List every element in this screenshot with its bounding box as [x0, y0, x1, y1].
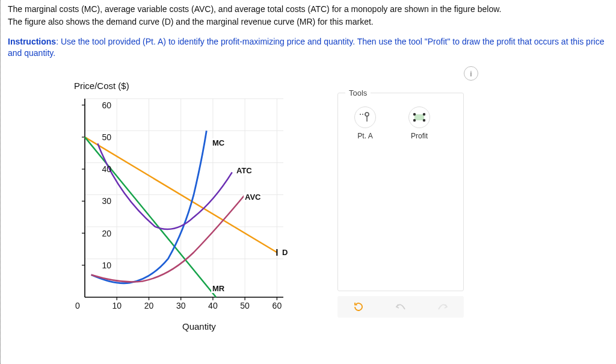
- svg-point-34: [423, 119, 425, 122]
- y-tick-40: 40: [87, 164, 111, 174]
- instructions-block: Instructions: Use the tool provided (Pt.…: [8, 36, 611, 59]
- label-d: D: [281, 248, 289, 257]
- x-tick-20: 20: [144, 301, 154, 310]
- x-tick-60: 60: [273, 301, 282, 310]
- y-tick-10: 10: [87, 261, 111, 270]
- tool-point-a-label: Pt. A: [351, 132, 379, 140]
- x-axis-title: Quantity: [182, 321, 216, 332]
- svg-point-31: [413, 113, 416, 116]
- svg-rect-30: [414, 114, 424, 120]
- curve-mr: [85, 137, 216, 297]
- label-mr: MR: [211, 284, 226, 293]
- y-tick-20: 20: [87, 229, 111, 238]
- label-mc: MC: [211, 138, 226, 147]
- origin-zero: 0: [75, 301, 80, 310]
- tool-profit[interactable]: Profit: [405, 106, 433, 140]
- x-tick-30: 30: [176, 301, 186, 310]
- action-bar: [337, 296, 464, 318]
- chart-svg: [85, 99, 313, 315]
- info-icon[interactable]: i: [464, 66, 478, 81]
- profit-icon: [408, 106, 430, 128]
- point-a-icon: [354, 106, 376, 128]
- x-tick-10: 10: [112, 301, 122, 310]
- redo-icon[interactable]: [436, 300, 449, 313]
- svg-point-33: [413, 119, 416, 122]
- y-tick-60: 60: [87, 100, 111, 110]
- x-tick-50: 50: [240, 301, 250, 310]
- y-tick-50: 50: [87, 132, 111, 142]
- y-tick-30: 30: [87, 196, 111, 206]
- tool-profit-label: Profit: [405, 132, 433, 140]
- y-axis-title: Price/Cost ($): [74, 81, 129, 91]
- work-area: i Price/Cost ($): [55, 78, 596, 337]
- tools-legend: Tools: [345, 88, 371, 97]
- instructions-body: : Use the tool provided (Pt. A) to ident…: [8, 37, 604, 58]
- reset-icon[interactable]: [352, 300, 365, 313]
- undo-icon[interactable]: [394, 300, 407, 313]
- chart-canvas[interactable]: 60 50 40 30 20 10 0 10 20 30 40 50 60 MC…: [85, 99, 313, 315]
- label-avc: AVC: [244, 193, 262, 202]
- problem-intro: The marginal costs (MC), average variabl…: [8, 4, 611, 28]
- info-glyph: i: [470, 69, 472, 78]
- tools-panel: Tools Pt. A Profit: [337, 93, 464, 291]
- label-atc: ATC: [235, 166, 253, 175]
- x-tick-40: 40: [208, 301, 218, 310]
- svg-point-32: [423, 113, 425, 116]
- intro-line1: The marginal costs (MC), average variabl…: [8, 4, 611, 15]
- instructions-label: Instructions: [8, 37, 56, 46]
- tool-point-a[interactable]: Pt. A: [351, 106, 379, 140]
- intro-line2: The figure also shows the demand curve (…: [8, 16, 611, 28]
